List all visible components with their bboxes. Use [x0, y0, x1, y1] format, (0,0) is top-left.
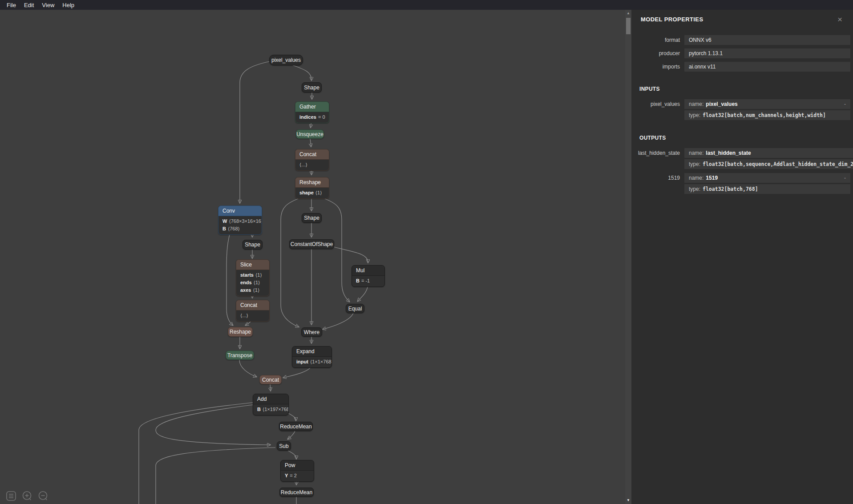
- node-attr-row: ⟨...⟩: [295, 161, 329, 169]
- list-icon[interactable]: [5, 490, 17, 502]
- node-gather[interactable]: Gatherindices= 0: [295, 101, 329, 123]
- node-attr-row: starts⟨1⟩: [236, 271, 269, 279]
- node-attributes: B⟨1×197×768⟩: [253, 404, 288, 415]
- property-row: producer pytorch 1.13.1: [631, 48, 850, 58]
- node-concat[interactable]: Concat: [259, 375, 282, 384]
- property-label: imports: [631, 62, 684, 72]
- name-prefix: name:: [689, 101, 703, 107]
- node-label: Expand: [292, 347, 331, 357]
- io-name-row[interactable]: name: last_hidden_state -: [684, 148, 853, 158]
- canvas-toolbar: [5, 490, 49, 502]
- node-attr-row: input⟨1×1×768⟩: [292, 358, 331, 366]
- node-constantofshape[interactable]: ConstantOfShape: [289, 239, 334, 249]
- node-label: Gather: [295, 102, 329, 112]
- node-pow[interactable]: PowY= 2: [280, 460, 314, 482]
- node-shape[interactable]: Shape: [302, 82, 322, 93]
- scroll-up-icon[interactable]: ▲: [625, 11, 631, 16]
- menu-file[interactable]: File: [3, 1, 20, 9]
- scrollbar-thumb[interactable]: [626, 18, 631, 34]
- io-type-value: float32[batch,sequence,Addlast_hidden_st…: [703, 161, 853, 167]
- zoom-out-icon[interactable]: [37, 490, 49, 502]
- node-shape[interactable]: Shape: [302, 213, 322, 223]
- node-label: Concat: [295, 149, 329, 160]
- node-label: Reshape: [295, 177, 329, 188]
- node-label: Slice: [236, 260, 269, 270]
- property-label: producer: [631, 48, 684, 58]
- io-label: last_hidden_state: [631, 148, 684, 158]
- node-equal[interactable]: Equal: [346, 304, 364, 313]
- node-attr-row: indices= 0: [295, 113, 329, 121]
- node-reshape[interactable]: Reshapeshape⟨1⟩: [295, 177, 329, 199]
- io-name-row[interactable]: name: 1519 -: [684, 173, 850, 183]
- name-prefix: name:: [689, 175, 703, 181]
- menu-help[interactable]: Help: [58, 1, 78, 9]
- io-type-row[interactable]: type: float32[batch,num_channels,height,…: [684, 110, 850, 120]
- menu-edit[interactable]: Edit: [20, 1, 38, 9]
- io-name-row[interactable]: name: pixel_values -: [684, 99, 850, 109]
- model-properties-panel: MODEL PROPERTIES × format ONNX v6 produc…: [631, 0, 853, 504]
- node-reducemean[interactable]: ReduceMean: [279, 488, 314, 497]
- io-type-value: float32[batch,768]: [703, 186, 758, 192]
- canvas-scrollbar[interactable]: ▲ ▼: [625, 10, 631, 504]
- type-prefix: type:: [689, 161, 700, 167]
- node-label: Concat: [236, 300, 269, 310]
- type-prefix: type:: [689, 186, 700, 192]
- io-item: last_hidden_state name: last_hidden_stat…: [631, 148, 850, 169]
- node-shape[interactable]: Shape: [243, 240, 263, 250]
- node-attributes: indices= 0: [295, 112, 329, 123]
- menu-view[interactable]: View: [38, 1, 58, 9]
- io-type-value: float32[batch,num_channels,height,width]: [703, 112, 826, 118]
- node-sub[interactable]: Sub: [277, 441, 291, 451]
- graph-canvas[interactable]: pixel_valuesShapeGatherindices= 0Unsquee…: [0, 10, 625, 504]
- node-label: Conv: [218, 206, 262, 216]
- node-attr-row: axes⟨1⟩: [236, 286, 269, 294]
- property-value[interactable]: ai.onnx v11: [684, 62, 850, 72]
- property-row: format ONNX v6: [631, 35, 850, 45]
- node-attr-row: W⟨768×3×16×16⟩: [218, 218, 262, 225]
- node-attributes: input⟨1×1×768⟩: [292, 357, 331, 367]
- node-attributes: shape⟨1⟩: [295, 188, 329, 198]
- io-item: 1519 name: 1519 - type: float32[batch,76…: [631, 173, 850, 194]
- node-label: Add: [253, 394, 288, 404]
- property-value[interactable]: ONNX v6: [684, 35, 850, 45]
- io-name-value: 1519: [706, 175, 718, 181]
- node-attr-row: B⟨1×197×768⟩: [253, 406, 288, 413]
- node-attr-row: ends⟨1⟩: [236, 279, 269, 286]
- node-attributes: ⟨...⟩: [295, 160, 329, 170]
- collapse-toggle[interactable]: -: [844, 101, 846, 107]
- io-name-value: pixel_values: [706, 101, 737, 107]
- node-where[interactable]: Where: [301, 327, 322, 337]
- io-label: 1519: [631, 173, 684, 183]
- node-attr-row: ⟨...⟩: [236, 312, 269, 319]
- node-slice[interactable]: Slicestarts⟨1⟩ends⟨1⟩axes⟨1⟩: [236, 259, 270, 296]
- zoom-in-icon[interactable]: [21, 490, 33, 502]
- node-label: Mul: [352, 266, 384, 276]
- section-header-outputs: OUTPUTS: [631, 124, 853, 141]
- node-concat[interactable]: Concat⟨...⟩: [295, 149, 329, 171]
- type-prefix: type:: [689, 112, 700, 118]
- model-properties-list: format ONNX v6 producer pytorch 1.13.1 i…: [631, 35, 853, 72]
- io-type-row[interactable]: type: float32[batch,sequence,Addlast_hid…: [684, 159, 853, 169]
- io-type-row[interactable]: type: float32[batch,768]: [684, 184, 850, 194]
- scroll-down-icon[interactable]: ▼: [625, 498, 631, 503]
- collapse-toggle[interactable]: -: [844, 175, 846, 181]
- node-concat[interactable]: Concat⟨...⟩: [236, 300, 270, 322]
- node-attr-row: Y= 2: [281, 472, 314, 480]
- node-add[interactable]: AddB⟨1×197×768⟩: [253, 394, 289, 415]
- property-value[interactable]: pytorch 1.13.1: [684, 48, 850, 58]
- menu-bar: FileEditViewHelp: [0, 0, 853, 10]
- node-pixel_values[interactable]: pixel_values: [269, 55, 303, 65]
- io-name-value: last_hidden_state: [706, 150, 751, 156]
- node-reshape[interactable]: Reshape: [228, 327, 253, 337]
- node-reducemean[interactable]: ReduceMean: [279, 422, 313, 431]
- node-attr-row: B= -1: [352, 277, 384, 285]
- node-unsqueeze[interactable]: Unsqueeze: [296, 129, 324, 139]
- node-attributes: Y= 2: [281, 471, 314, 481]
- node-mul[interactable]: MulB= -1: [352, 265, 385, 287]
- node-conv[interactable]: ConvW⟨768×3×16×16⟩B⟨768⟩: [218, 206, 262, 235]
- node-attributes: starts⟨1⟩ends⟨1⟩axes⟨1⟩: [236, 270, 269, 296]
- node-expand[interactable]: Expandinput⟨1×1×768⟩: [292, 346, 332, 368]
- io-label: pixel_values: [631, 99, 684, 109]
- close-icon[interactable]: ×: [837, 16, 842, 23]
- node-transpose[interactable]: Transpose: [226, 351, 254, 360]
